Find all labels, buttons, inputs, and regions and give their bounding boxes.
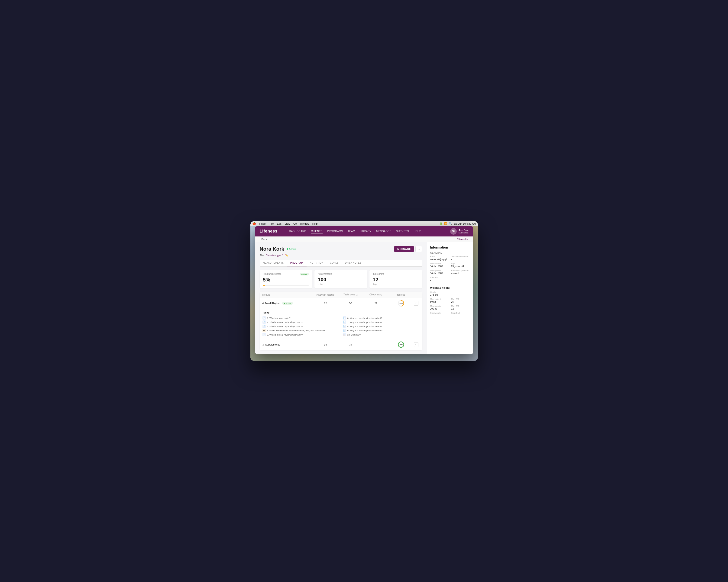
info-label: Height (430, 291, 470, 293)
module-tasks: 6/8 (338, 302, 363, 305)
nav-help[interactable]: HELP (414, 229, 421, 234)
tag-alle[interactable]: Alle (260, 254, 264, 257)
task-text: 5. Why is a meal rhythm important? * (267, 334, 303, 336)
module-checkins: 22 (363, 302, 389, 305)
list-item: 📋 10. Summary* (343, 333, 419, 337)
info-label: Address (430, 276, 470, 279)
table-row: 3. Supplements 14 34 (260, 339, 422, 350)
list-item: 📄 2. Why is a meal rhythm important? * (262, 320, 339, 324)
edit-menu[interactable]: Edit (277, 222, 281, 225)
info-field-max-bmi: Min. BMI 32 (451, 305, 470, 310)
info-field-dob: Date of birth 14 Jan 2000 (430, 262, 449, 268)
tasks-right-col: 📄 6. Why is a meal rhythm important? * 📄… (343, 316, 419, 337)
nav-team[interactable]: TEAM (348, 229, 355, 234)
info-row-address: Address - (430, 276, 470, 282)
progress-bar (263, 285, 309, 286)
right-panel: Information General Email norakork@wp.pl… (427, 242, 473, 354)
nav-messages[interactable]: MESSAGES (376, 229, 391, 234)
tasks-section: Tasks 📄 1. What are your goals?* (260, 309, 422, 339)
stat-achievements-sublabel: points (318, 283, 364, 286)
info-field-address: Address - (430, 276, 470, 282)
info-field-email: Email norakork@wp.pl (430, 256, 449, 261)
info-field-start-bmi: Start BMI (451, 312, 470, 314)
avatar: JD (450, 228, 457, 235)
nav-user-area[interactable]: JD Joe Doe Nutritionist (450, 228, 469, 235)
task-text: 10. Summary* (347, 334, 361, 336)
user-name: Joe Doe (459, 229, 469, 232)
info-label: Min. weight (430, 298, 449, 300)
status-text: Active (289, 247, 296, 250)
col-header-module: Module (262, 294, 313, 296)
task-text: 1. What are your goals?* (267, 317, 291, 319)
view-menu[interactable]: View (285, 222, 290, 225)
tasks-left-col: 📄 1. What are your goals?* 📄 2. Why is a… (262, 316, 339, 337)
list-item: 📄 3. Why is a meal rhythm important? * (262, 324, 339, 328)
task-recipe-icon: 🍽 (262, 329, 266, 332)
list-item: 📄 1. What are your goals?* (262, 316, 339, 320)
nav-dashboard[interactable]: DASHBOARD (289, 229, 306, 234)
client-header: Nora Kork Active MESSAGE ... (260, 246, 422, 252)
finder-menu[interactable]: Finder (259, 222, 266, 225)
info-value: 32 (451, 308, 470, 310)
expand-button[interactable]: ∨ (414, 342, 418, 347)
progress-bar-fill (263, 285, 265, 286)
nav-surveys[interactable]: SURVEYS (396, 229, 409, 234)
user-role: Nutritionist (459, 232, 469, 234)
client-name-area: Nora Kork Active (260, 246, 296, 252)
stat-program-value: 5% (263, 277, 309, 283)
stat-achievements: Achievements 100 points (314, 270, 367, 288)
stat-achievements-value: 100 (318, 276, 364, 283)
info-value: - (451, 258, 470, 261)
tasks-grid: 📄 1. What are your goals?* 📄 2. Why is a… (262, 316, 419, 337)
progress-ring: 100% (397, 341, 405, 348)
breadcrumb: ‹ Back Clients list (255, 236, 473, 242)
task-text: 4. Pasta with smoked cherry tomatoes, fe… (267, 329, 325, 332)
mac-datetime: Sat Jun 10 9:41 AM (453, 222, 476, 225)
edit-tags-icon[interactable]: ✏️ (285, 254, 288, 257)
progress-ring-text: 100% (397, 341, 405, 348)
window-menu[interactable]: Window (300, 222, 309, 225)
info-field-phone: Telephone number - (451, 256, 470, 261)
mac-menu-items: Finder File Edit View Go Window Help (259, 222, 318, 225)
info-label: Age (451, 262, 470, 265)
mac-status-bar: 🔋📶🔍 Sat Jun 10 9:41 AM (440, 222, 476, 225)
client-tags: Alle Diabetes type 1 ✏️ (260, 254, 422, 257)
tab-daily-notes[interactable]: DAILY NOTES (342, 260, 365, 266)
more-options-button[interactable]: ... (415, 246, 422, 252)
info-value: 14 Jan 2000 (430, 272, 449, 274)
stat-inprogram-sublabel: days (373, 283, 419, 286)
left-panel: Nora Kork Active MESSAGE ... (255, 242, 427, 354)
nav-links: DASHBOARD CLIENTS PROGRAMS TEAM LIBRARY … (289, 229, 421, 234)
tab-goals[interactable]: GOALS (327, 260, 342, 266)
message-button[interactable]: MESSAGE (394, 246, 414, 252)
task-doc-icon: 📄 (343, 320, 346, 324)
stat-program-label: Program progress (263, 273, 282, 275)
tab-nutrition[interactable]: NUTRITION (307, 260, 327, 266)
info-value: norakork@wp.pl (430, 258, 449, 261)
task-doc-icon: 📄 (343, 316, 346, 320)
client-tabs: MEASUREMENTS PROGRAM NUTRITION GOALS DAI… (260, 260, 422, 267)
tab-program[interactable]: PROGRAM (287, 260, 307, 266)
progress-ring-text: 75% (397, 299, 405, 307)
help-menu[interactable]: Help (312, 222, 318, 225)
info-label: Date joined (430, 269, 449, 272)
info-title: Information (430, 245, 470, 249)
go-menu[interactable]: Go (293, 222, 297, 225)
nav-clients[interactable]: CLIENTS (311, 229, 322, 234)
tab-measurements[interactable]: MEASUREMENTS (260, 260, 287, 266)
progress-sort-icon[interactable]: ↕ (406, 294, 407, 296)
task-text: 6. Why is a meal rhythm important? * (347, 317, 384, 319)
file-menu[interactable]: File (270, 222, 274, 225)
tag-diabetes[interactable]: Diabetes type 1 (266, 254, 283, 257)
brand-logo[interactable]: Lifeness (260, 229, 278, 234)
info-row-height: Height 178 cm (430, 291, 470, 296)
status-badge: Active (287, 247, 296, 250)
nav-programs[interactable]: PROGRAMS (327, 229, 343, 234)
clients-list-link[interactable]: Clients list (457, 238, 468, 241)
task-text: 7. Why is a meal rhythm important? * (347, 321, 384, 323)
expand-button[interactable]: ∨ (414, 301, 418, 306)
module-name-cell: 3. Supplements (262, 343, 313, 346)
module-tasks: 34 (338, 343, 363, 346)
nav-library[interactable]: LIBRARY (360, 229, 371, 234)
back-button[interactable]: ‹ Back (260, 238, 267, 241)
